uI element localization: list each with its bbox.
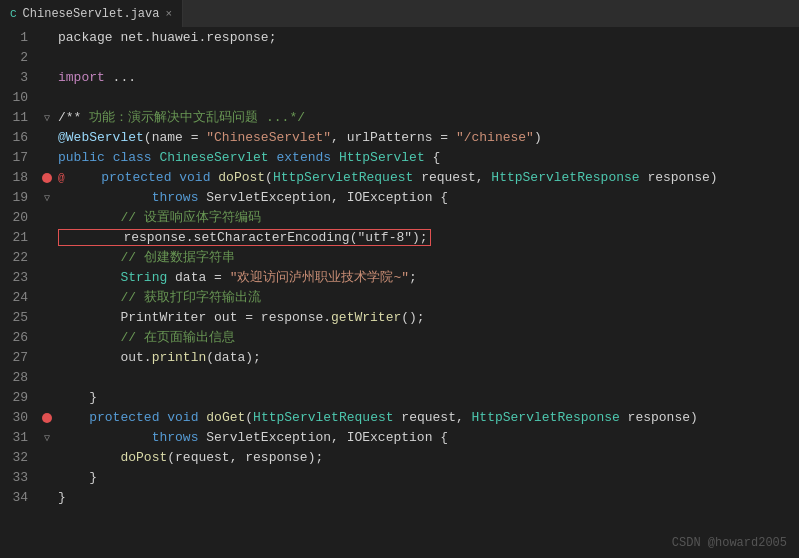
gutter-cell <box>36 368 58 388</box>
gutter-cell <box>36 268 58 288</box>
table-row: 34} <box>0 488 799 508</box>
token: ) <box>534 130 542 145</box>
token: , urlPatterns = <box>331 130 456 145</box>
token: } <box>58 490 66 505</box>
fold-arrow-icon[interactable]: ▽ <box>44 192 50 204</box>
gutter-cell <box>36 208 58 228</box>
token: getWriter <box>331 310 401 325</box>
gutter-cell <box>36 388 58 408</box>
line-number: 20 <box>0 208 36 228</box>
code-line: throws ServletException, IOException { <box>58 188 799 208</box>
token: // 在页面输出信息 <box>120 330 234 345</box>
table-row: 1package net.huawei.response; <box>0 28 799 48</box>
table-row: 25 PrintWriter out = response.getWriter(… <box>0 308 799 328</box>
gutter-cell <box>36 68 58 88</box>
fold-arrow-icon[interactable]: ▽ <box>44 112 50 124</box>
table-row: 19▽ throws ServletException, IOException… <box>0 188 799 208</box>
line-number: 34 <box>0 488 36 508</box>
gutter-cell <box>36 348 58 368</box>
table-row: 33 } <box>0 468 799 488</box>
token: (data); <box>206 350 261 365</box>
token: doPost <box>120 450 167 465</box>
table-row: 17public class ChineseServlet extends Ht… <box>0 148 799 168</box>
table-row: 16@WebServlet(name = "ChineseServlet", u… <box>0 128 799 148</box>
token: ... <box>105 70 136 85</box>
fold-arrow-icon[interactable]: ▽ <box>44 432 50 444</box>
code-line: // 在页面输出信息 <box>58 328 799 348</box>
line-number: 10 <box>0 88 36 108</box>
gutter-cell <box>36 28 58 48</box>
line-number: 19 <box>0 188 36 208</box>
token: ServletException, IOException { <box>198 430 448 445</box>
token <box>105 150 113 165</box>
code-line: } <box>58 488 799 508</box>
table-row: 28 <box>0 368 799 388</box>
code-line <box>58 88 799 108</box>
code-line: doPost(request, response); <box>58 448 799 468</box>
token: data = <box>167 270 229 285</box>
token: // 设置响应体字符编码 <box>120 210 260 225</box>
token: HttpServletRequest <box>253 410 393 425</box>
gutter-cell: ▽ <box>36 108 58 128</box>
token: // 获取打印字符输出流 <box>120 290 260 305</box>
token: { <box>425 150 441 165</box>
line-number: 16 <box>0 128 36 148</box>
token: name = <box>152 130 207 145</box>
token: response) <box>620 410 698 425</box>
file-type-icon: C <box>10 8 17 20</box>
token: ChineseServlet <box>159 150 268 165</box>
token: "ChineseServlet" <box>206 130 331 145</box>
gutter-cell <box>36 128 58 148</box>
code-line: package net.huawei.response; <box>58 28 799 48</box>
line-number: 26 <box>0 328 36 348</box>
code-lines: 1package net.huawei.response;23import ..… <box>0 28 799 508</box>
token: out. <box>58 350 152 365</box>
token <box>58 210 120 225</box>
token: "欢迎访问泸州职业技术学院~" <box>230 270 409 285</box>
code-line <box>58 368 799 388</box>
table-row: 21 response.setCharacterEncoding("utf-8"… <box>0 228 799 248</box>
editor-scroll[interactable]: 1package net.huawei.response;23import ..… <box>0 28 799 558</box>
token: HttpServlet <box>339 150 425 165</box>
token: } <box>58 470 97 485</box>
line-number: 24 <box>0 288 36 308</box>
code-line: // 设置响应体字符编码 <box>58 208 799 228</box>
token: protected <box>89 410 159 425</box>
gutter-cell: ▽ <box>36 188 58 208</box>
line-number: 27 <box>0 348 36 368</box>
token: ( <box>245 410 253 425</box>
tab-filename: ChineseServlet.java <box>23 7 160 21</box>
code-line: @WebServlet(name = "ChineseServlet", url… <box>58 128 799 148</box>
gutter-cell <box>36 308 58 328</box>
gutter-cell <box>36 168 58 188</box>
line-number: 23 <box>0 268 36 288</box>
tab-close-button[interactable]: × <box>165 8 172 20</box>
table-row: 2 <box>0 48 799 68</box>
token: void <box>167 410 198 425</box>
token <box>58 270 120 285</box>
gutter-cell <box>36 328 58 348</box>
at-indicator: @ <box>58 168 70 188</box>
token: protected <box>101 170 171 185</box>
token <box>58 410 89 425</box>
code-line: protected void doPost(HttpServletRequest… <box>70 168 799 188</box>
gutter-cell <box>36 228 58 248</box>
gutter-cell: ▽ <box>36 428 58 448</box>
token <box>58 450 120 465</box>
line-number: 28 <box>0 368 36 388</box>
file-tab[interactable]: C ChineseServlet.java × <box>0 0 183 27</box>
table-row: 23 String data = "欢迎访问泸州职业技术学院~"; <box>0 268 799 288</box>
token: request, <box>413 170 491 185</box>
line-number: 33 <box>0 468 36 488</box>
token <box>58 430 152 445</box>
line-number: 22 <box>0 248 36 268</box>
token: doPost <box>218 170 265 185</box>
code-line <box>58 48 799 68</box>
token: ; <box>409 270 417 285</box>
token <box>70 170 101 185</box>
line-number: 21 <box>0 228 36 248</box>
code-line: protected void doGet(HttpServletRequest … <box>58 408 799 428</box>
table-row: 10 <box>0 88 799 108</box>
token: } <box>58 390 97 405</box>
line-number: 29 <box>0 388 36 408</box>
